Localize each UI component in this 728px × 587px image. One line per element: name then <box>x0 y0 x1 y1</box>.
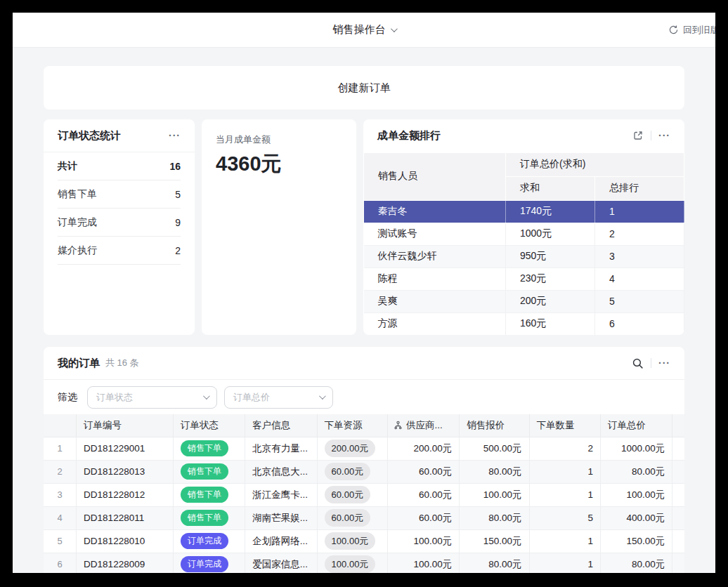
total-cell: 400.00元 <box>600 506 672 529</box>
status-row-total[interactable]: 共计 16 <box>58 152 181 180</box>
sum-cell: 230元 <box>506 268 595 290</box>
order-id-cell: DD181228011 <box>77 506 174 529</box>
open-external-icon[interactable] <box>632 130 644 141</box>
status-row[interactable]: 订单完成 9 <box>58 209 181 237</box>
order-row[interactable]: 2 DD181228013 销售下单 北京信息大... 60.00元 60.00… <box>44 460 684 483</box>
column-header-index <box>44 414 77 437</box>
total-cell: 1000.00元 <box>600 437 672 460</box>
status-badge: 订单完成 <box>181 533 228 549</box>
order-id-cell: DD181229001 <box>77 437 174 460</box>
sum-cell: 1740元 <box>506 200 595 223</box>
customer-cell: 北京信息大... <box>245 460 317 483</box>
more-menu-icon[interactable]: ··· <box>658 131 670 140</box>
status-row[interactable]: 媒介执行 2 <box>58 237 181 265</box>
quote-cell: 80.00元 <box>460 460 529 483</box>
column-header-customer[interactable]: 客户信息 <box>245 414 317 437</box>
column-header-supplier[interactable]: 供应商... <box>387 414 459 437</box>
status-list: 共计 16 销售下单 5 订单完成 9 媒介执行 2 <box>44 152 195 265</box>
total-cell: 150.00元 <box>600 529 672 553</box>
resource-cell: 100.00元 <box>317 553 387 573</box>
order-row[interactable]: 5 DD181228010 订单完成 企划路网络... 100.00元 100.… <box>44 529 684 553</box>
sum-cell: 950元 <box>506 245 595 268</box>
app-title-dropdown[interactable]: 销售操作台 <box>333 23 396 37</box>
my-orders-card: 我的订单 共 16 条 ··· 筛选 订单状态 <box>44 347 684 573</box>
order-row[interactable]: 3 DD181228012 销售下单 浙江金鹰卡... 60.00元 60.00… <box>44 483 684 506</box>
order-id-cell: DD181228012 <box>77 483 174 506</box>
column-header-sum[interactable]: 求和 <box>506 176 595 200</box>
status-cell: 销售下单 <box>173 460 245 483</box>
chevron-down-icon <box>319 393 326 400</box>
ranking-row[interactable]: 吴爽 200元 5 <box>364 290 684 312</box>
supplier-cell: 60.00元 <box>387 483 459 506</box>
select-placeholder: 订单总价 <box>233 391 270 404</box>
ranking-card: 成单金额排行 ··· <box>363 119 684 335</box>
row-index: 6 <box>44 553 77 573</box>
customer-cell: 北京有力量... <box>245 437 317 460</box>
chevron-down-icon <box>203 393 210 400</box>
column-header-order-id[interactable]: 订单编号 <box>77 414 174 437</box>
filter-row: 筛选 订单状态 订单总价 <box>44 380 684 414</box>
column-header-quote[interactable]: 销售报价 <box>460 414 529 437</box>
customer-cell: 企划路网络... <box>245 529 317 553</box>
column-header-total[interactable]: 订单总价 <box>600 414 672 437</box>
supplier-cell: 100.00元 <box>387 529 459 553</box>
dashboard-cards-row: 订单状态统计 ··· 共计 16 销售下单 5 订单完成 9 <box>44 119 684 335</box>
qty-cell: 5 <box>529 506 600 529</box>
status-badge: 销售下单 <box>181 487 228 503</box>
rank-cell: 3 <box>595 245 684 268</box>
quote-cell: 150.00元 <box>460 529 529 553</box>
ranking-row[interactable]: 方源 160元 6 <box>364 312 684 335</box>
column-header-group[interactable]: 订单总价(求和) <box>506 152 684 176</box>
rotate-return-icon <box>668 25 679 35</box>
resource-cell: 60.00元 <box>317 460 387 483</box>
order-id-cell: DD181228010 <box>77 529 174 553</box>
ranking-row[interactable]: 陈程 230元 4 <box>364 268 684 290</box>
row-index: 1 <box>44 437 77 460</box>
more-menu-icon[interactable]: ··· <box>658 358 670 368</box>
order-row[interactable]: 1 DD181229001 销售下单 北京有力量... 200.00元 200.… <box>44 437 684 460</box>
status-label: 销售下单 <box>58 188 97 201</box>
back-to-old-version-link[interactable]: 回到旧版 <box>668 13 715 47</box>
column-header-qty[interactable]: 下单数量 <box>529 414 600 437</box>
back-label: 回到旧版 <box>683 24 715 37</box>
column-header-rank[interactable]: 总排行 <box>595 176 684 200</box>
qty-cell: 2 <box>529 437 600 460</box>
create-order-label: 创建新订单 <box>338 81 391 95</box>
order-status-filter-select[interactable]: 订单状态 <box>87 386 217 409</box>
search-icon[interactable] <box>632 357 644 369</box>
filter-label: 筛选 <box>58 391 77 404</box>
quote-cell: 80.00元 <box>460 553 529 573</box>
more-menu-icon[interactable]: ··· <box>169 131 181 140</box>
status-label: 共计 <box>58 160 77 173</box>
total-cell: 100.00元 <box>600 483 672 506</box>
qty-cell: 1 <box>529 460 600 483</box>
ranking-table: 销售人员 订单总价(求和) 求和 总排行 秦吉冬 1740元 1 <box>363 152 684 336</box>
order-row[interactable]: 4 DD181228011 销售下单 湖南芒果娱... 60.00元 60.00… <box>44 506 684 529</box>
supplier-cell: 60.00元 <box>387 460 459 483</box>
monthly-amount-card: 当月成单金额 4360元 <box>202 119 356 335</box>
person-cell: 秦吉冬 <box>364 200 506 223</box>
row-index: 3 <box>44 483 77 506</box>
supplier-cell: 100.00元 <box>387 553 459 573</box>
customer-cell: 湖南芒果娱... <box>245 506 317 529</box>
order-total-filter-select[interactable]: 订单总价 <box>224 386 333 409</box>
status-label: 订单完成 <box>58 216 97 229</box>
total-cell: 80.00元 <box>600 460 672 483</box>
order-row[interactable]: 6 DD181228009 订单完成 爱国家信息... 100.00元 100.… <box>44 553 684 573</box>
status-value: 2 <box>175 245 181 256</box>
column-header-status[interactable]: 订单状态 <box>173 414 245 437</box>
ranking-row[interactable]: 秦吉冬 1740元 1 <box>364 200 684 223</box>
rank-cell: 4 <box>595 268 684 290</box>
column-header-resource[interactable]: 下单资源 <box>317 414 387 437</box>
create-order-button[interactable]: 创建新订单 <box>44 66 684 110</box>
ranking-card-title: 成单金额排行 <box>377 129 441 143</box>
status-cell: 订单完成 <box>173 553 245 573</box>
resource-cell: 60.00元 <box>317 483 387 506</box>
status-badge: 销售下单 <box>181 463 228 480</box>
status-row[interactable]: 销售下单 5 <box>58 180 181 209</box>
status-value: 16 <box>169 161 181 172</box>
ranking-row[interactable]: 伙伴云魏少轩 950元 3 <box>364 245 684 268</box>
column-header-person[interactable]: 销售人员 <box>364 152 506 200</box>
ranking-row[interactable]: 测试账号 1000元 2 <box>364 223 684 245</box>
orders-table-header-row: 订单编号 订单状态 客户信息 下单资源 <box>44 414 684 437</box>
